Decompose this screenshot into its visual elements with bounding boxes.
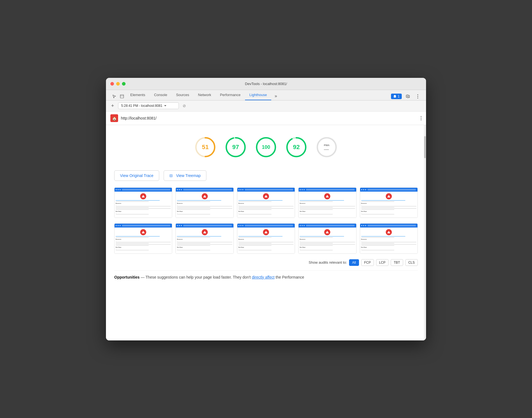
screenshots-row-2: Resources — Next Steps — bbox=[114, 223, 418, 254]
scrollbar-track[interactable] bbox=[424, 125, 426, 340]
more-tabs-button[interactable]: » bbox=[272, 92, 279, 100]
accessibility-score: 97 bbox=[232, 144, 239, 151]
tab-performance[interactable]: Performance bbox=[216, 90, 245, 100]
lighthouse-logo-icon: 🏠 bbox=[110, 114, 118, 122]
panel-icon[interactable] bbox=[118, 92, 126, 100]
filter-cls-button[interactable]: CLS bbox=[405, 259, 418, 266]
best-practices-score: 100 bbox=[262, 144, 270, 150]
window-controls bbox=[110, 82, 126, 86]
svg-point-4 bbox=[417, 96, 418, 97]
tab-bar: Elements Console Sources Network Perform… bbox=[106, 90, 426, 100]
tab-console[interactable]: Console bbox=[150, 90, 172, 100]
addressbar-input[interactable]: 5:28:41 PM - localhost:8081 bbox=[118, 102, 179, 109]
svg-text:🏠: 🏠 bbox=[112, 116, 117, 121]
view-treemap-button[interactable]: ⊟ View Treemap bbox=[164, 170, 206, 181]
new-tab-button[interactable]: + bbox=[109, 103, 116, 109]
window-title: DevTools - localhost:8081/ bbox=[245, 82, 287, 86]
score-seo: 92 bbox=[285, 136, 307, 162]
lighthouse-main: 51 97 bbox=[106, 125, 426, 340]
svg-point-9 bbox=[421, 118, 422, 118]
tab-network[interactable]: Network bbox=[194, 90, 216, 100]
filter-all-button[interactable]: All bbox=[349, 259, 359, 266]
screenshot-10: Resources — Next Steps — bbox=[360, 223, 418, 254]
tab-bar-right: 1 bbox=[391, 92, 422, 100]
tab-elements[interactable]: Elements bbox=[126, 90, 150, 100]
screenshot-4: Resources — Next Steps — bbox=[298, 187, 356, 218]
seo-score: 92 bbox=[293, 144, 300, 151]
tab-sources[interactable]: Sources bbox=[172, 90, 194, 100]
page-url: http://localhost:8081/ bbox=[121, 116, 418, 120]
titlebar: DevTools - localhost:8081/ bbox=[106, 78, 426, 90]
close-button[interactable] bbox=[110, 82, 114, 86]
screenshot-2: Resources — Next Steps — bbox=[175, 187, 233, 218]
opportunities-title: Opportunities bbox=[114, 275, 140, 279]
svg-point-2 bbox=[407, 96, 408, 97]
filter-lcp-button[interactable]: LCP bbox=[376, 259, 389, 266]
treemap-icon: ⊟ bbox=[169, 173, 173, 178]
cursor-icon[interactable] bbox=[110, 92, 118, 100]
opportunities-text2: the Performance bbox=[275, 275, 304, 279]
notification-count: 1 bbox=[398, 94, 400, 98]
audit-filter-label: Show audits relevant to: bbox=[309, 260, 347, 264]
url-more-icon[interactable] bbox=[421, 116, 422, 120]
audit-filter-row: Show audits relevant to: All FCP LCP TBT… bbox=[114, 259, 418, 266]
notification-button[interactable]: 1 bbox=[391, 94, 402, 99]
screenshot-7: Resources — Next Steps — bbox=[175, 223, 233, 254]
addressbar-value: 5:28:41 PM - localhost:8081 bbox=[121, 104, 162, 108]
opportunities-section: Opportunities — These suggestions can he… bbox=[114, 270, 418, 282]
pwa-score: PWA — bbox=[324, 142, 330, 152]
svg-rect-0 bbox=[120, 95, 124, 98]
main-content-wrapper: 51 97 bbox=[106, 125, 426, 340]
action-buttons-row: View Original Trace ⊟ View Treemap bbox=[114, 170, 418, 181]
performance-score: 51 bbox=[202, 144, 209, 151]
settings-icon[interactable] bbox=[404, 92, 412, 100]
screenshot-3: Resources — Next Steps — bbox=[237, 187, 295, 218]
best-practices-circle: 100 bbox=[255, 136, 277, 158]
seo-circle: 92 bbox=[285, 136, 307, 158]
performance-circle: 51 bbox=[194, 136, 216, 158]
score-pwa: PWA — bbox=[316, 136, 338, 162]
screenshot-1: Resources — Next Steps — bbox=[114, 187, 172, 218]
three-dots-icon[interactable] bbox=[414, 92, 422, 100]
pwa-circle: PWA — bbox=[316, 136, 338, 158]
minimize-button[interactable] bbox=[116, 82, 120, 86]
opportunities-text: — These suggestions can help your page l… bbox=[140, 275, 252, 279]
maximize-button[interactable] bbox=[122, 82, 126, 86]
tab-lighthouse[interactable]: Lighthouse bbox=[245, 90, 272, 100]
directly-affect-link[interactable]: directly affect bbox=[252, 275, 275, 279]
accessibility-circle: 97 bbox=[225, 136, 247, 158]
filter-tbt-button[interactable]: TBT bbox=[391, 259, 403, 266]
screenshots-row-1: Resources — Next Steps — bbox=[114, 187, 418, 218]
no-entry-icon[interactable]: ⊘ bbox=[183, 104, 186, 108]
svg-point-3 bbox=[417, 94, 418, 95]
scrollbar-thumb[interactable] bbox=[424, 136, 426, 158]
url-row: 🏠 http://localhost:8081/ bbox=[106, 112, 426, 125]
screenshot-8: Resources — Next Steps — bbox=[237, 223, 295, 254]
svg-point-10 bbox=[421, 119, 422, 120]
score-accessibility: 97 bbox=[225, 136, 247, 162]
scores-row: 51 97 bbox=[114, 131, 418, 170]
filter-fcp-button[interactable]: FCP bbox=[361, 259, 374, 266]
addressbar-row: + 5:28:41 PM - localhost:8081 ⊘ bbox=[106, 100, 426, 112]
screenshot-9: Resources — Next Steps — bbox=[298, 223, 356, 254]
view-original-trace-button[interactable]: View Original Trace bbox=[114, 170, 159, 181]
svg-point-5 bbox=[417, 97, 418, 98]
svg-point-8 bbox=[421, 116, 422, 117]
score-best-practices: 100 bbox=[255, 136, 277, 162]
screenshot-5: Resources — Next Steps — bbox=[360, 187, 418, 218]
score-performance: 51 bbox=[194, 136, 216, 162]
screenshot-6: Resources — Next Steps — bbox=[114, 223, 172, 254]
devtools-window: DevTools - localhost:8081/ Elements Cons… bbox=[106, 78, 426, 340]
